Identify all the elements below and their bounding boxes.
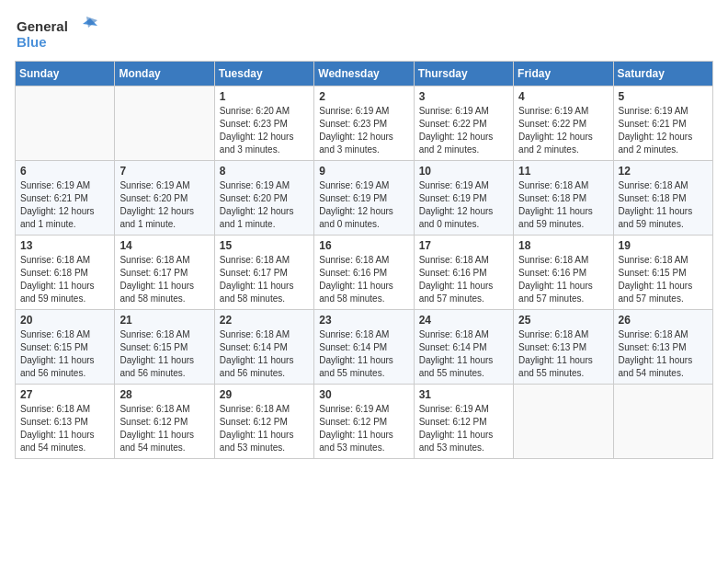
calendar-cell: 11Sunrise: 6:18 AM Sunset: 6:18 PM Dayli… (514, 161, 613, 236)
cell-info: Sunrise: 6:18 AM Sunset: 6:12 PM Dayligh… (119, 403, 209, 454)
calendar-cell: 20Sunrise: 6:18 AM Sunset: 6:15 PM Dayli… (16, 310, 115, 385)
svg-text:General: General (17, 18, 68, 34)
day-number: 14 (119, 239, 209, 252)
calendar-cell: 23Sunrise: 6:18 AM Sunset: 6:14 PM Dayli… (314, 310, 414, 385)
cell-info: Sunrise: 6:18 AM Sunset: 6:15 PM Dayligh… (20, 328, 109, 380)
cell-info: Sunrise: 6:19 AM Sunset: 6:12 PM Dayligh… (319, 403, 408, 454)
calendar-cell: 1Sunrise: 6:20 AM Sunset: 6:23 PM Daylig… (214, 86, 313, 161)
calendar-cell: 24Sunrise: 6:18 AM Sunset: 6:14 PM Dayli… (414, 310, 513, 385)
calendar-cell: 4Sunrise: 6:19 AM Sunset: 6:22 PM Daylig… (514, 86, 613, 161)
calendar-cell (613, 385, 712, 459)
logo-svg: General Blue (15, 15, 97, 52)
day-number: 21 (119, 314, 209, 327)
day-number: 6 (20, 165, 109, 178)
svg-text:Blue: Blue (17, 34, 47, 50)
day-number: 28 (119, 388, 209, 401)
weekday-header-cell: Wednesday (314, 62, 414, 86)
day-number: 13 (20, 239, 109, 252)
weekday-header-cell: Tuesday (214, 62, 313, 86)
calendar-cell: 22Sunrise: 6:18 AM Sunset: 6:14 PM Dayli… (214, 310, 313, 385)
day-number: 16 (319, 239, 408, 252)
weekday-header-cell: Sunday (16, 62, 115, 86)
cell-info: Sunrise: 6:18 AM Sunset: 6:16 PM Dayligh… (319, 254, 408, 305)
day-number: 20 (20, 314, 109, 327)
logo: General Blue (15, 15, 97, 52)
weekday-header-cell: Friday (514, 62, 613, 86)
day-number: 30 (319, 388, 408, 401)
weekday-header-cell: Thursday (414, 62, 513, 86)
cell-info: Sunrise: 6:19 AM Sunset: 6:22 PM Dayligh… (518, 105, 608, 156)
calendar-week-row: 27Sunrise: 6:18 AM Sunset: 6:13 PM Dayli… (16, 385, 713, 459)
day-number: 24 (419, 314, 508, 327)
cell-info: Sunrise: 6:19 AM Sunset: 6:20 PM Dayligh… (119, 179, 209, 231)
day-number: 19 (619, 239, 708, 252)
day-number: 1 (220, 90, 309, 103)
calendar-cell: 7Sunrise: 6:19 AM Sunset: 6:20 PM Daylig… (115, 161, 214, 236)
cell-info: Sunrise: 6:18 AM Sunset: 6:15 PM Dayligh… (619, 254, 708, 305)
cell-info: Sunrise: 6:18 AM Sunset: 6:13 PM Dayligh… (619, 328, 708, 380)
calendar-cell: 28Sunrise: 6:18 AM Sunset: 6:12 PM Dayli… (115, 385, 214, 459)
day-number: 12 (619, 165, 708, 178)
day-number: 29 (220, 388, 309, 401)
calendar-cell: 12Sunrise: 6:18 AM Sunset: 6:18 PM Dayli… (613, 161, 712, 236)
calendar-cell: 10Sunrise: 6:19 AM Sunset: 6:19 PM Dayli… (414, 161, 513, 236)
cell-info: Sunrise: 6:18 AM Sunset: 6:14 PM Dayligh… (319, 328, 408, 380)
calendar-cell: 21Sunrise: 6:18 AM Sunset: 6:15 PM Dayli… (115, 310, 214, 385)
cell-info: Sunrise: 6:19 AM Sunset: 6:12 PM Dayligh… (419, 403, 508, 454)
calendar-week-row: 6Sunrise: 6:19 AM Sunset: 6:21 PM Daylig… (16, 161, 713, 236)
day-number: 17 (419, 239, 508, 252)
calendar-cell: 16Sunrise: 6:18 AM Sunset: 6:16 PM Dayli… (314, 236, 414, 310)
calendar-cell: 6Sunrise: 6:19 AM Sunset: 6:21 PM Daylig… (16, 161, 115, 236)
cell-info: Sunrise: 6:19 AM Sunset: 6:21 PM Dayligh… (20, 179, 109, 231)
cell-info: Sunrise: 6:18 AM Sunset: 6:17 PM Dayligh… (119, 254, 209, 305)
weekday-header-cell: Saturday (613, 62, 712, 86)
cell-info: Sunrise: 6:20 AM Sunset: 6:23 PM Dayligh… (220, 105, 309, 156)
day-number: 9 (319, 165, 408, 178)
day-number: 25 (518, 314, 608, 327)
day-number: 4 (518, 90, 608, 103)
calendar-cell (514, 385, 613, 459)
cell-info: Sunrise: 6:18 AM Sunset: 6:18 PM Dayligh… (518, 179, 608, 231)
cell-info: Sunrise: 6:18 AM Sunset: 6:13 PM Dayligh… (518, 328, 608, 380)
calendar-cell: 5Sunrise: 6:19 AM Sunset: 6:21 PM Daylig… (613, 86, 712, 161)
calendar-body: 1Sunrise: 6:20 AM Sunset: 6:23 PM Daylig… (16, 86, 713, 459)
calendar-week-row: 13Sunrise: 6:18 AM Sunset: 6:18 PM Dayli… (16, 236, 713, 310)
svg-marker-3 (86, 17, 97, 28)
calendar-cell: 31Sunrise: 6:19 AM Sunset: 6:12 PM Dayli… (414, 385, 513, 459)
calendar-cell: 27Sunrise: 6:18 AM Sunset: 6:13 PM Dayli… (16, 385, 115, 459)
calendar-week-row: 1Sunrise: 6:20 AM Sunset: 6:23 PM Daylig… (16, 86, 713, 161)
cell-info: Sunrise: 6:18 AM Sunset: 6:17 PM Dayligh… (220, 254, 309, 305)
cell-info: Sunrise: 6:18 AM Sunset: 6:18 PM Dayligh… (619, 179, 708, 231)
cell-info: Sunrise: 6:18 AM Sunset: 6:16 PM Dayligh… (419, 254, 508, 305)
calendar-cell: 29Sunrise: 6:18 AM Sunset: 6:12 PM Dayli… (214, 385, 313, 459)
cell-info: Sunrise: 6:19 AM Sunset: 6:19 PM Dayligh… (419, 179, 508, 231)
cell-info: Sunrise: 6:18 AM Sunset: 6:15 PM Dayligh… (119, 328, 209, 380)
calendar-cell: 13Sunrise: 6:18 AM Sunset: 6:18 PM Dayli… (16, 236, 115, 310)
cell-info: Sunrise: 6:18 AM Sunset: 6:18 PM Dayligh… (20, 254, 109, 305)
cell-info: Sunrise: 6:18 AM Sunset: 6:13 PM Dayligh… (20, 403, 109, 454)
header: General Blue (15, 15, 713, 52)
day-number: 2 (319, 90, 408, 103)
cell-info: Sunrise: 6:18 AM Sunset: 6:12 PM Dayligh… (220, 403, 309, 454)
cell-info: Sunrise: 6:19 AM Sunset: 6:21 PM Dayligh… (619, 105, 708, 156)
day-number: 26 (619, 314, 708, 327)
calendar-cell: 19Sunrise: 6:18 AM Sunset: 6:15 PM Dayli… (613, 236, 712, 310)
day-number: 22 (220, 314, 309, 327)
calendar-cell: 25Sunrise: 6:18 AM Sunset: 6:13 PM Dayli… (514, 310, 613, 385)
cell-info: Sunrise: 6:18 AM Sunset: 6:14 PM Dayligh… (419, 328, 508, 380)
calendar-cell (115, 86, 214, 161)
day-number: 18 (518, 239, 608, 252)
cell-info: Sunrise: 6:19 AM Sunset: 6:19 PM Dayligh… (319, 179, 408, 231)
day-number: 8 (220, 165, 309, 178)
day-number: 10 (419, 165, 508, 178)
day-number: 3 (419, 90, 508, 103)
calendar-cell: 17Sunrise: 6:18 AM Sunset: 6:16 PM Dayli… (414, 236, 513, 310)
day-number: 27 (20, 388, 109, 401)
calendar-cell: 15Sunrise: 6:18 AM Sunset: 6:17 PM Dayli… (214, 236, 313, 310)
weekday-header-cell: Monday (115, 62, 214, 86)
cell-info: Sunrise: 6:19 AM Sunset: 6:23 PM Dayligh… (319, 105, 408, 156)
calendar-table: SundayMondayTuesdayWednesdayThursdayFrid… (15, 61, 713, 459)
weekday-header-row: SundayMondayTuesdayWednesdayThursdayFrid… (16, 62, 713, 86)
day-number: 5 (619, 90, 708, 103)
calendar-cell: 14Sunrise: 6:18 AM Sunset: 6:17 PM Dayli… (115, 236, 214, 310)
